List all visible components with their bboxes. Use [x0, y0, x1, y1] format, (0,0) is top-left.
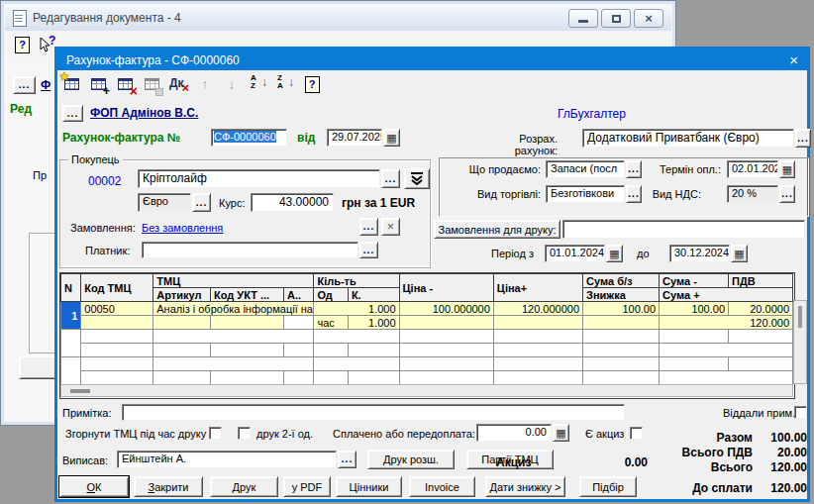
account-input[interactable]: Додатковий Приватбанк (Євро): [582, 129, 794, 148]
bg-titlebar[interactable]: Редагування документа - 4 ×: [5, 5, 671, 31]
close-dialog-button[interactable]: Закрити: [134, 476, 203, 497]
bg-browse-button[interactable]: ...: [13, 76, 36, 94]
invoice-date-input[interactable]: 29.07.2025: [327, 129, 382, 147]
cell-code[interactable]: 00050: [81, 302, 153, 316]
table-row[interactable]: [61, 330, 793, 344]
buyer-browse-button[interactable]: ...: [381, 169, 400, 188]
period-from-input[interactable]: 01.01.2024: [545, 245, 605, 262]
table-row[interactable]: [61, 357, 793, 371]
calendar-icon[interactable]: ▦: [779, 160, 795, 178]
ok-button[interactable]: ОК: [59, 476, 129, 497]
calendar-icon[interactable]: ▦: [383, 129, 400, 147]
trade-browse-button[interactable]: ...: [626, 185, 642, 203]
move-down-button[interactable]: ↓: [222, 75, 242, 93]
pdf-button[interactable]: у PDF: [283, 476, 331, 497]
order-browse-button[interactable]: ...: [359, 218, 378, 236]
dialog-titlebar[interactable]: Рахунок-фактура - СФ-0000060 ×: [57, 50, 807, 70]
delete-x-icon: ×: [130, 84, 138, 98]
cell-sum-minus[interactable]: 100.00: [660, 302, 729, 316]
cell-k[interactable]: 1.000: [348, 316, 399, 330]
payer-browse-button[interactable]: ...: [359, 242, 378, 258]
help-icon[interactable]: ?: [15, 37, 30, 53]
col-header-qty: Кіль-ть: [314, 274, 399, 288]
give-discount-button[interactable]: Дати знижку >: [485, 476, 565, 497]
org-browse-button[interactable]: ...: [62, 105, 83, 122]
note-input[interactable]: [122, 404, 625, 421]
cell-price-minus[interactable]: 100.000000: [399, 302, 493, 316]
dialog-close-icon[interactable]: ×: [789, 52, 798, 67]
bg-org-link-partial[interactable]: Ф: [41, 78, 51, 92]
vat-kind-input[interactable]: 20 %: [727, 185, 778, 203]
sort-desc-button[interactable]: ZA↓: [275, 75, 295, 93]
col-header-a: А..: [284, 288, 314, 302]
rate-input[interactable]: 43.00000: [251, 193, 334, 212]
scrollbar-thumb[interactable]: [798, 306, 802, 328]
add-row-button[interactable]: +: [88, 75, 108, 93]
print-second-unit-checkbox[interactable]: [238, 427, 251, 440]
price-tags-button[interactable]: Цінники: [336, 476, 402, 497]
calendar-icon[interactable]: ▦: [606, 245, 623, 262]
minimize-button[interactable]: [568, 9, 598, 28]
currency-browse-button[interactable]: ...: [192, 193, 211, 212]
cell-ukt[interactable]: [211, 316, 284, 330]
what-browse-button[interactable]: ...: [626, 160, 642, 178]
cell-disc[interactable]: [583, 316, 660, 330]
table-row-sub[interactable]: [61, 344, 793, 357]
cell-a[interactable]: [284, 316, 314, 330]
account-browse-button[interactable]: ...: [795, 129, 811, 148]
term-date-input[interactable]: 02.01.2025: [727, 160, 778, 178]
print-order-input[interactable]: [562, 220, 805, 239]
bg-partial-button[interactable]: [19, 355, 58, 379]
cancel-posting-button[interactable]: Дк×: [168, 75, 188, 93]
currency-input[interactable]: Євро: [138, 193, 191, 212]
issued-by-input[interactable]: Ейнштейн А.: [117, 451, 337, 468]
table-row-sub[interactable]: [61, 371, 793, 385]
sort-asc-button[interactable]: AZ↓: [249, 75, 268, 93]
save-row-button[interactable]: [142, 75, 161, 93]
cell-art[interactable]: [153, 316, 211, 330]
close-button[interactable]: ×: [634, 9, 663, 28]
trade-input[interactable]: Безготівкови: [546, 185, 625, 203]
collapse-tmc-checkbox[interactable]: [209, 427, 222, 440]
cell-qty[interactable]: 1.000: [314, 302, 399, 316]
table-row[interactable]: 1 00050 Аналіз і обробка інформації на 1…: [61, 302, 793, 316]
paid-input[interactable]: 0.00: [476, 424, 552, 442]
payer-input[interactable]: [142, 242, 358, 258]
print-ext-button[interactable]: Друк розш.: [367, 450, 455, 469]
pick-items-button[interactable]: Підбір: [579, 476, 637, 497]
invoice-button[interactable]: Invoice: [409, 476, 475, 497]
maximize-button[interactable]: [601, 9, 631, 28]
cell-price-plus[interactable]: 120.000000: [493, 302, 582, 316]
buyer-name-input[interactable]: Кріптолайф: [138, 169, 380, 188]
cell-unit[interactable]: час: [314, 316, 348, 330]
period-to-input[interactable]: 30.12.2024: [669, 245, 730, 262]
cell-name[interactable]: Аналіз і обробка інформації на: [153, 302, 314, 316]
cell-sum-plus[interactable]: 120.000: [660, 316, 793, 330]
vat-browse-button[interactable]: ...: [779, 185, 795, 203]
delete-row-button[interactable]: ×: [115, 75, 135, 93]
cell-vat[interactable]: 20.0000: [729, 302, 793, 316]
what-input[interactable]: Запаси (посл: [546, 160, 625, 178]
table-horizontal-scrollbar[interactable]: [60, 384, 793, 397]
issued-browse-button[interactable]: ...: [338, 451, 356, 468]
print-button[interactable]: Друк: [210, 476, 278, 497]
history-dropdown-button[interactable]: [404, 168, 430, 189]
scrollbar-thumb[interactable]: [70, 389, 90, 393]
table-row-sub[interactable]: час 1.000 120.000: [61, 316, 793, 330]
order-link[interactable]: Без замовлення: [142, 222, 223, 234]
calculator-icon[interactable]: ▦: [553, 424, 569, 442]
dialog-help-button[interactable]: ?: [302, 75, 322, 93]
org-link[interactable]: ФОП Адмінов В.С.: [90, 106, 198, 120]
invoice-no-input[interactable]: СФ-0000060: [211, 129, 287, 147]
print-order-button[interactable]: Замовлення для друку:: [434, 220, 560, 239]
col-header-price-plus: Ціна+: [493, 274, 582, 302]
cell-sum-bz[interactable]: 100.00: [583, 302, 660, 316]
desktop: { "icons": { "dots": "...", "clear": "×"…: [0, 0, 814, 504]
table-vertical-scrollbar[interactable]: [793, 300, 807, 384]
calendar-icon[interactable]: ▦: [731, 245, 748, 262]
order-clear-button[interactable]: ×: [381, 218, 400, 236]
gave-note-checkbox[interactable]: [794, 406, 807, 419]
move-up-button[interactable]: ↑: [195, 75, 215, 93]
new-row-button[interactable]: ★: [61, 75, 81, 93]
cell-row-number[interactable]: 1: [61, 302, 81, 330]
